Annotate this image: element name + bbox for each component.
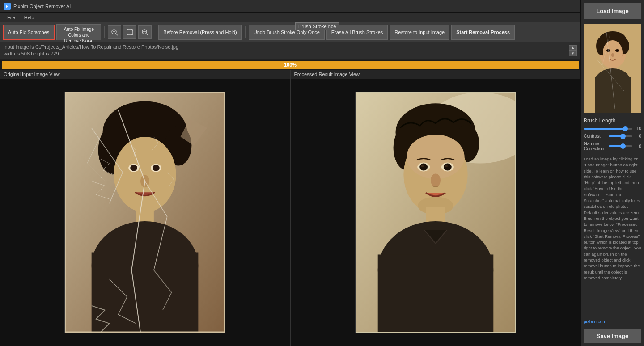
contrast-thumb[interactable]	[620, 134, 626, 139]
save-image-button[interactable]: Save Image	[584, 329, 641, 343]
menu-file[interactable]: File	[3, 14, 20, 21]
erase-brush-button[interactable]: Erase All Brush Strokes	[326, 25, 388, 40]
svg-point-40	[130, 165, 137, 171]
menu-help[interactable]: Help	[20, 14, 39, 21]
title-bar: P Pixbim Object Remover AI – ☐ ✕	[0, 0, 644, 13]
original-image-panel: Original Input Image View	[0, 70, 291, 346]
toolbar-sep-1	[104, 26, 105, 38]
original-panel-header: Original Input Image View	[0, 70, 290, 79]
scroll-up-button[interactable]: ▲	[569, 45, 577, 51]
thumbnail-area	[584, 24, 641, 113]
svg-point-8	[615, 49, 619, 52]
svg-rect-20	[127, 30, 132, 35]
svg-point-53	[407, 135, 464, 179]
processed-image-svg	[355, 92, 516, 333]
brush-length-fill	[584, 128, 625, 130]
svg-point-60	[431, 174, 441, 187]
brush-length-track[interactable]	[584, 128, 632, 130]
zoom-out-icon	[141, 29, 148, 36]
zoom-out-button[interactable]	[138, 25, 152, 39]
contrast-track[interactable]	[609, 135, 632, 137]
start-removal-button[interactable]: Start Removal Process	[451, 25, 515, 40]
contrast-slider-row: Contrast 0	[581, 132, 644, 140]
gamma-value: 0	[634, 144, 641, 149]
right-panel: Load Image	[580, 0, 644, 346]
gamma-thumb[interactable]	[620, 143, 626, 149]
zoom-in-icon	[111, 29, 118, 36]
original-image-svg	[64, 92, 225, 333]
auto-fix-scratches-button[interactable]: Auto Fix Scratches	[3, 25, 55, 40]
brush-length-label: Brush Length	[581, 115, 644, 125]
svg-point-59	[445, 165, 448, 167]
before-removal-button[interactable]: Before Removal (Press and Hold)	[158, 25, 242, 40]
brush-length-value: 10	[634, 126, 641, 131]
processed-image-panel: Processed Result Image View	[291, 70, 581, 346]
processed-panel-header: Processed Result Image View	[291, 70, 581, 79]
contrast-value: 0	[634, 134, 641, 139]
svg-point-7	[606, 49, 610, 52]
help-text: Load an image by clicking on "Load Image…	[581, 152, 644, 319]
processed-panel-content[interactable]	[291, 79, 581, 346]
load-image-button[interactable]: Load Image	[584, 3, 641, 19]
zoom-in-button[interactable]	[108, 25, 121, 39]
brush-length-slider-row: 10	[581, 125, 644, 132]
svg-point-58	[421, 165, 424, 167]
thumbnail-svg	[584, 24, 641, 113]
svg-point-37	[114, 137, 176, 212]
svg-point-56	[419, 164, 428, 171]
info-line2: width is 508 height is 729	[4, 51, 178, 57]
svg-rect-45	[92, 253, 199, 333]
svg-rect-12	[595, 77, 631, 113]
scroll-controls: ▲ ▼	[569, 45, 577, 56]
gamma-label: Gamma Correction	[584, 141, 607, 151]
title-bar-left: P Pixbim Object Remover AI	[4, 3, 71, 10]
gamma-slider-row: Gamma Correction 0	[581, 140, 644, 152]
progress-bar: 100%	[2, 61, 579, 69]
title-text: Pixbim Object Remover AI	[13, 4, 71, 9]
fit-button[interactable]	[123, 25, 136, 39]
scroll-down-button[interactable]: ▼	[569, 51, 577, 56]
contrast-label: Contrast	[584, 134, 607, 139]
svg-line-30	[146, 34, 148, 35]
fit-icon	[126, 29, 133, 36]
main-content: File Help Auto Fix Scratches Auto Fix Im…	[0, 13, 580, 346]
svg-point-9	[611, 53, 614, 57]
info-line1: input image is C:/Projects_Articles/How …	[4, 44, 178, 51]
original-panel-content[interactable]	[0, 79, 290, 346]
pixbim-link[interactable]: pixbim.com	[581, 319, 644, 326]
svg-point-6	[603, 40, 623, 65]
progress-bar-container: 100%	[0, 60, 580, 70]
app-icon: P	[4, 3, 11, 10]
undo-brush-button[interactable]: Undo Brush Stroke Only Once	[249, 25, 325, 40]
toolbar-sep-3	[245, 26, 246, 38]
info-bar: input image is C:/Projects_Articles/How …	[0, 42, 580, 60]
auto-fix-colors-button[interactable]: Auto Fix Image Colors and Remove Noise	[56, 24, 101, 40]
restore-input-button[interactable]: Restore to Input Image	[390, 25, 449, 40]
toolbar: Auto Fix Scratches Auto Fix Image Colors…	[0, 22, 580, 42]
svg-rect-64	[377, 255, 493, 333]
toolbar-sep-2	[155, 26, 155, 38]
info-text: input image is C:/Projects_Articles/How …	[4, 44, 178, 58]
svg-line-17	[116, 34, 118, 35]
svg-point-41	[153, 165, 160, 171]
menu-bar: File Help	[0, 13, 580, 22]
svg-point-57	[444, 164, 452, 171]
image-panels: Original Input Image View	[0, 70, 580, 346]
brush-length-thumb[interactable]	[623, 126, 628, 131]
gamma-track[interactable]	[609, 145, 632, 147]
